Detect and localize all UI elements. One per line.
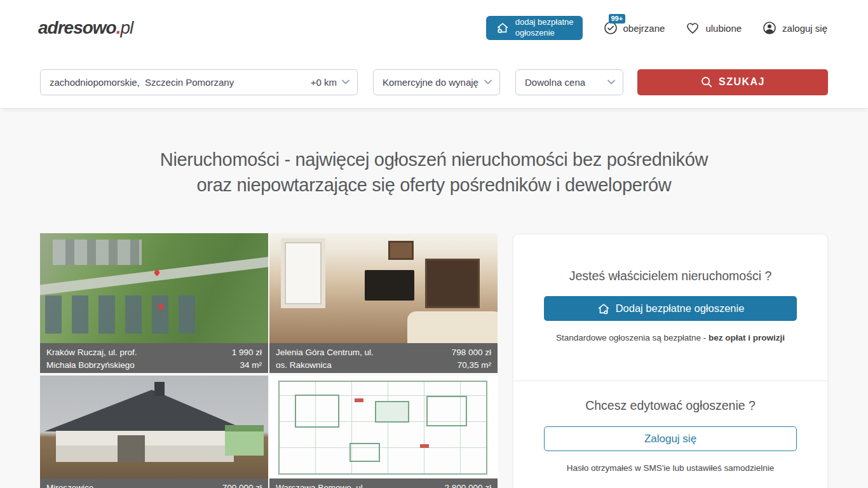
sidebar-login-button[interactable]: Zaloguj się [544,426,797,451]
radius-select[interactable]: +0 km [311,77,349,88]
listing-caption: Jelenia Góra Centrum, ul. os. Rakownica … [269,343,498,373]
listing-address-line1: Jelenia Góra Centrum, ul. [276,348,374,357]
nav-viewed-label: obejrzane [623,23,665,34]
nav-login-label: zaloguj się [782,23,827,34]
page: adresowo.pl dodaj bezpłatne ogłoszenie [0,0,868,488]
main-content: Nieruchomości - najwięcej ogłoszeń nieru… [0,109,868,488]
free-listing-note-text: Standardowe ogłoszenia są bezpłatne - [556,333,709,342]
listing-address: Miroszewice [46,482,93,488]
owner-panel-title: Jesteś właścicielem nieruchomości ? [513,269,827,283]
location-value: zachodniopomorskie, Szczecin Pomorzany [50,77,234,88]
page-title: Nieruchomości - najwięcej ogłoszeń nieru… [0,147,868,198]
listing-caption: Kraków Ruczaj, ul. prof. Michała Bobrzyń… [40,343,268,373]
edit-panel-title: Chcesz edytować ogłoszenie ? [513,398,827,413]
house-plus-icon [597,302,611,316]
brand-tld: pl [120,18,133,37]
listing-card[interactable]: Kraków Ruczaj, ul. prof. Michała Bobrzyń… [40,233,268,373]
price-select[interactable]: Dowolna cena [515,69,623,95]
listing-address: Warszawa Bemowo, ul. [276,482,365,488]
free-listing-note: Standardowe ogłoszenia są bezpłatne - be… [513,333,827,342]
listing-area: 34 m² [240,360,262,370]
add-listing-line2: ogłoszenie [515,28,555,37]
person-circle-icon [762,20,777,36]
listing-photo-floorplan [269,376,498,478]
password-note: Hasło otrzymałeś w SMS'ie lub ustawiłeś … [513,463,827,473]
listing-card[interactable]: Warszawa Bemowo, ul. 2 800 000 zł [269,376,498,488]
radius-value: +0 km [311,77,337,88]
house-plus-icon [495,20,510,36]
listing-address-line1: Kraków Ruczaj, ul. prof. [46,348,137,357]
category-select[interactable]: Komercyjne do wynaję [373,69,500,95]
listing-photo-interior [269,233,498,343]
listing-address-line2: os. Rakownica [276,360,332,370]
heart-icon [685,20,700,36]
chevron-down-icon [607,79,615,85]
search-bar: zachodniopomorskie, Szczecin Pomorzany +… [0,56,868,109]
check-circle-icon: 99+ [603,20,618,36]
search-button[interactable]: SZUKAJ [637,69,828,95]
location-input[interactable]: zachodniopomorskie, Szczecin Pomorzany +… [40,69,358,95]
add-listing-label: dodaj bezpłatne ogłoszenie [515,17,574,39]
brand-name: adresowo [38,18,116,37]
category-value: Komercyjne do wynaję [383,77,478,88]
brand-logo[interactable]: adresowo.pl [38,18,133,38]
listing-address-line2: Michała Bobrzyńskiego [46,360,135,370]
magnifier-icon [700,76,713,88]
header: adresowo.pl dodaj bezpłatne ogłoszenie [0,0,868,56]
listing-caption: Miroszewice 700 000 zł [40,478,268,488]
page-title-line2: oraz niepowtarzające się oferty pośredni… [197,175,672,195]
divider [513,381,827,381]
add-listing-button[interactable]: dodaj bezpłatne ogłoszenie [486,16,583,40]
free-listing-note-bold: bez opłat i prowizji [709,333,785,342]
header-nav: dodaj bezpłatne ogłoszenie 99+ obejrzane [486,16,827,40]
listing-address-line1: Miroszewice [46,483,93,488]
listing-photo-house [40,376,268,478]
sidebar-add-listing-label: Dodaj bezpłatne ogłoszenie [616,302,745,315]
listing-caption: Warszawa Bemowo, ul. 2 800 000 zł [269,478,498,488]
page-title-line1: Nieruchomości - najwięcej ogłoszeń nieru… [160,149,709,170]
listing-price: 700 000 zł [222,483,262,488]
nav-login[interactable]: zaloguj się [762,20,827,36]
add-listing-line1: dodaj bezpłatne [515,17,574,27]
listing-area: 70,35 m² [458,360,491,370]
nav-viewed[interactable]: 99+ obejrzane [603,20,665,36]
listing-price: 2 800 000 zł [444,483,491,488]
listing-price: 1 990 zł [232,348,262,357]
listing-price: 798 000 zł [452,348,491,357]
listing-price-area: 700 000 zł [222,482,262,488]
listing-address-line1: Warszawa Bemowo, ul. [276,483,365,488]
nav-favorites[interactable]: ulubione [685,20,742,36]
chevron-down-icon [484,79,492,85]
listing-card[interactable]: Miroszewice 700 000 zł [40,376,268,488]
listing-card[interactable]: Jelenia Góra Centrum, ul. os. Rakownica … [269,233,498,373]
viewed-count-badge: 99+ [609,14,626,24]
listing-price-area: 1 990 zł 34 m² [232,346,262,373]
listing-price-area: 798 000 zł 70,35 m² [452,346,491,373]
listing-address: Kraków Ruczaj, ul. prof. Michała Bobrzyń… [46,346,137,373]
listing-address: Jelenia Góra Centrum, ul. os. Rakownica [276,346,374,373]
price-value: Dowolna cena [525,77,585,88]
listing-price-area: 2 800 000 zł [444,482,491,488]
search-button-label: SZUKAJ [719,76,765,88]
listing-photo-aerial [40,233,268,343]
chevron-down-icon [342,79,349,85]
sidebar-add-listing-button[interactable]: Dodaj bezpłatne ogłoszenie [544,296,797,321]
nav-favorites-label: ulubione [705,23,742,34]
owner-panel: Jesteś właścicielem nieruchomości ? Doda… [513,234,828,488]
